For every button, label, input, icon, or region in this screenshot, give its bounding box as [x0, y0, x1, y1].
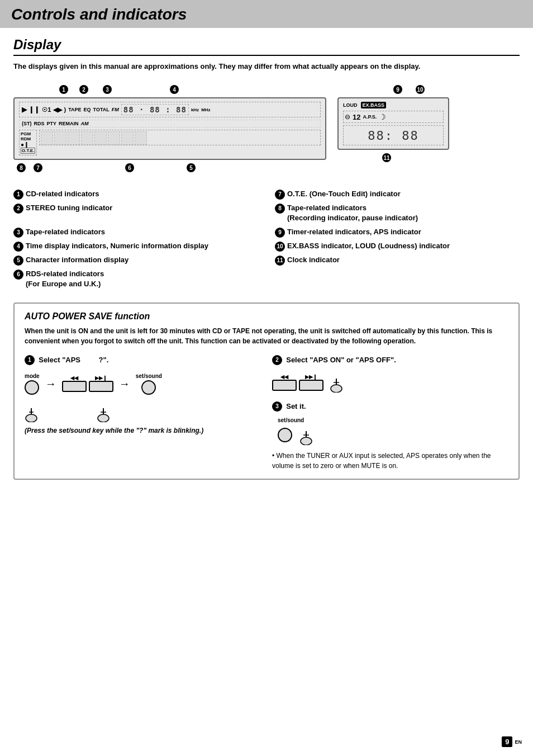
- main-display-panel: ▶ ❙❙ ☉1 ◀▶ ) TAPE EQ TOTAL FM 88 · 88 : …: [13, 97, 326, 160]
- aps-step2-title: 2 Select "APS ON" or "APS OFF".: [272, 355, 508, 365]
- total-label: TOTAL: [93, 107, 110, 112]
- seg-display: 88 · 88 : 88: [121, 104, 189, 115]
- callout-2: 2: [79, 85, 88, 94]
- st-label: (ST): [22, 121, 32, 126]
- hand-icon-2: [95, 403, 112, 422]
- char-cell-4: [81, 131, 93, 145]
- indicator-item-empty: [275, 269, 520, 289]
- char-cell-1: [41, 131, 53, 145]
- svg-point-0: [26, 414, 37, 422]
- page-header: Controls and indicators: [0, 0, 533, 28]
- aps-step3-title: 3 Set it.: [272, 401, 508, 412]
- indicator-num-2: 2: [13, 204, 23, 214]
- arrow-2: →: [119, 377, 130, 390]
- indicator-item-3: 3 Tape-related indicators: [13, 227, 258, 238]
- pgm-label: PGM: [21, 131, 35, 136]
- char-display-box: [39, 130, 321, 145]
- mode-label: mode: [25, 373, 40, 379]
- callout-3: 3: [103, 85, 112, 94]
- step3-diagram: set/sound: [272, 417, 508, 445]
- tape-icons: ◀▶ ): [53, 106, 66, 114]
- page-suffix: EN: [515, 739, 522, 745]
- cd-icon: ☉1: [42, 106, 51, 114]
- skip-back-button[interactable]: [62, 381, 87, 392]
- tape-label: TAPE: [68, 107, 81, 112]
- indicator-num-11: 11: [275, 256, 285, 266]
- indicator-num-7: 7: [275, 190, 285, 200]
- mode-button[interactable]: [25, 380, 39, 395]
- am-label: AM: [81, 121, 89, 126]
- panel-bottom-row: PGM RDM ●❙ O.T.E.: [19, 130, 321, 155]
- set-sound-button[interactable]: [141, 380, 156, 395]
- num12: 12: [353, 113, 360, 121]
- aps-section: AUTO POWER SAVE function When the unit i…: [13, 303, 520, 480]
- page-number: 9: [502, 736, 512, 747]
- indicator-text-2: STEREO tuning indicator: [26, 203, 112, 213]
- step2-skip-back-button[interactable]: [272, 380, 297, 391]
- press-note: (Press the set/sound key while the "?" m…: [25, 427, 261, 434]
- step2-skip-fwd-label: ▶▶❙: [299, 374, 323, 380]
- display-diagram: 1 2 3 4 ▶ ❙❙ ☉1 ◀▶ ) TAPE EQ TOTAL FM 88…: [13, 81, 520, 160]
- step2-skip-fwd-button[interactable]: [299, 380, 323, 391]
- step2-diagram: ◀◀ ▶▶❙: [272, 373, 508, 393]
- step2-num: 2: [272, 355, 282, 365]
- mode-btn-diagram: [25, 380, 39, 395]
- skip-back-label: ◀◀: [62, 375, 87, 381]
- hand-icon-row: [25, 403, 261, 422]
- indicator-item-9: 9 Timer-related indicators, APS indicato…: [275, 227, 520, 238]
- indicator-num-3: 3: [13, 228, 23, 238]
- panel-top-row: ▶ ❙❙ ☉1 ◀▶ ) TAPE EQ TOTAL FM 88 · 88 : …: [19, 102, 321, 117]
- indicator-text-5: Character information display: [26, 255, 129, 265]
- aps-description: When the unit is ON and the unit is left…: [25, 326, 508, 346]
- dot-pause-icon: ●❙: [21, 141, 35, 148]
- set-sound-group: set/sound: [136, 373, 162, 395]
- eq-label: EQ: [84, 107, 91, 112]
- secondary-display-panel: LOUD EX.BASS ⊖ 12 A.P.S. ☽ 88: 88: [337, 97, 449, 150]
- pty-label: PTY: [47, 121, 57, 126]
- skip-fwd-button[interactable]: [89, 381, 113, 392]
- loud-label: LOUD: [343, 102, 358, 108]
- char-cell-3: [68, 131, 80, 145]
- page-title: Controls and indicators: [11, 6, 522, 23]
- step2-btns: ◀◀ ▶▶❙: [272, 374, 323, 391]
- skip-btn-row: [62, 381, 113, 392]
- indicator-text-10: EX.BASS indicator, LOUD (Loudness) indic…: [287, 241, 450, 251]
- remain-label: REMAIN: [59, 121, 79, 126]
- step3-set-sound-label: set/sound: [278, 417, 304, 423]
- indicator-num-9: 9: [275, 228, 285, 238]
- ex-bass-box: EX.BASS: [361, 102, 387, 108]
- step2-hand-icon: [328, 373, 345, 393]
- callout-9: 9: [393, 85, 402, 94]
- aps-row: ⊖ 12 A.P.S. ☽: [343, 111, 444, 123]
- page-number-area: 9 EN: [502, 736, 522, 747]
- indicator-text-7: O.T.E. (One-Touch Edit) indicator: [287, 189, 401, 199]
- skip-fwd-label: ▶▶❙: [89, 375, 113, 381]
- clock-display: 88: 88: [343, 125, 444, 145]
- indicator-num-1: 1: [13, 190, 23, 200]
- step3-set-sound-button[interactable]: [278, 428, 292, 442]
- indicator-item-11: 11 Clock indicator: [275, 255, 520, 266]
- indicator-text-11: Clock indicator: [287, 255, 340, 265]
- aps-step1: 1 Select "APS ?". mode →: [25, 355, 261, 471]
- svg-point-9: [301, 437, 312, 445]
- step3-btn-row: [272, 426, 315, 445]
- set-sound-label: set/sound: [136, 373, 162, 379]
- step2-skip-back-label: ◀◀: [272, 374, 297, 380]
- step2-skip-label-row: ◀◀ ▶▶❙: [272, 374, 323, 380]
- indicator-item-2: 2 STEREO tuning indicator: [13, 203, 258, 223]
- indicator-num-5: 5: [13, 256, 23, 266]
- arrow-1: →: [45, 377, 56, 390]
- secondary-unit-panel: 9 10 LOUD EX.BASS ⊖ 12 A.P.S. ☽ 88: 88 1…: [337, 81, 449, 150]
- indicator-text-3: Tape-related indicators: [26, 227, 105, 237]
- skip-label-row: ◀◀ ▶▶❙: [62, 375, 113, 381]
- indicator-num-10: 10: [275, 242, 285, 252]
- callout-11: 11: [382, 153, 391, 162]
- callout-1: 1: [59, 85, 68, 94]
- char-cell-5: [94, 131, 107, 145]
- step1-diagram: mode → ◀◀ ▶▶❙: [25, 373, 261, 395]
- display-description: The displays given in this manual are ap…: [13, 62, 520, 72]
- indicators-grid: 1 CD-related indicators 7 O.T.E. (One-To…: [13, 189, 520, 289]
- moon-icon: ☽: [379, 112, 386, 121]
- aps-step1-title: 1 Select "APS ?".: [25, 355, 261, 365]
- callout-10: 10: [416, 85, 425, 94]
